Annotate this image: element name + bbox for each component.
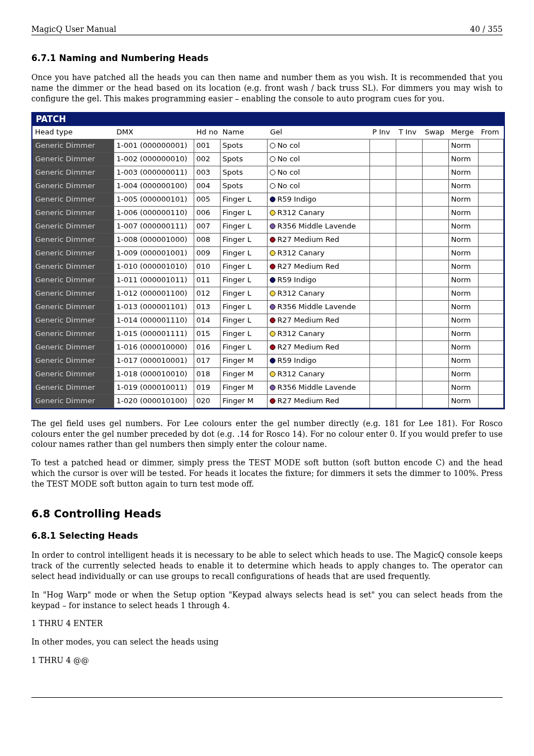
cell-tinv[interactable] — [396, 273, 423, 287]
cell-name[interactable]: Spots — [220, 152, 268, 166]
table-row[interactable]: Generic Dimmer1-019 (000010011)019Finger… — [33, 381, 504, 394]
cell-hdno[interactable]: 006 — [194, 206, 220, 220]
cell-hdno[interactable]: 010 — [194, 260, 220, 273]
cell-swap[interactable] — [422, 327, 448, 340]
cell-merge[interactable]: Norm — [448, 166, 479, 179]
cell-hdno[interactable]: 003 — [194, 166, 220, 179]
cell-head-type[interactable]: Generic Dimmer — [33, 220, 114, 233]
table-row[interactable]: Generic Dimmer1-002 (000000010)002SpotsN… — [33, 152, 504, 166]
table-row[interactable]: Generic Dimmer1-011 (000001011)011Finger… — [33, 273, 504, 287]
cell-dmx[interactable]: 1-003 (000000011) — [114, 166, 194, 179]
cell-name[interactable]: Spots — [220, 139, 268, 152]
cell-tinv[interactable] — [396, 139, 423, 152]
cell-hdno[interactable]: 020 — [194, 394, 220, 408]
cell-pinv[interactable] — [370, 206, 396, 220]
cell-merge[interactable]: Norm — [448, 327, 479, 340]
cell-dmx[interactable]: 1-018 (000010010) — [114, 367, 194, 381]
cell-dmx[interactable]: 1-008 (000001000) — [114, 233, 194, 246]
cell-dmx[interactable]: 1-013 (000001101) — [114, 300, 194, 314]
cell-from[interactable] — [479, 273, 504, 287]
cell-name[interactable]: Finger M — [220, 381, 268, 394]
cell-from[interactable] — [479, 300, 504, 314]
cell-name[interactable]: Finger M — [220, 367, 268, 381]
cell-from[interactable] — [479, 287, 504, 300]
cell-hdno[interactable]: 008 — [194, 233, 220, 246]
cell-tinv[interactable] — [396, 340, 423, 354]
cell-gel[interactable]: R356 Middle Lavende — [268, 381, 370, 394]
table-row[interactable]: Generic Dimmer1-016 (000010000)016Finger… — [33, 340, 504, 354]
table-row[interactable]: Generic Dimmer1-006 (000000110)006Finger… — [33, 206, 504, 220]
cell-pinv[interactable] — [370, 193, 396, 206]
table-row[interactable]: Generic Dimmer1-012 (000001100)012Finger… — [33, 287, 504, 300]
cell-name[interactable]: Spots — [220, 179, 268, 193]
cell-pinv[interactable] — [370, 394, 396, 408]
cell-gel[interactable]: R27 Medium Red — [268, 233, 370, 246]
cell-pinv[interactable] — [370, 166, 396, 179]
cell-name[interactable]: Finger L — [220, 314, 268, 327]
cell-head-type[interactable]: Generic Dimmer — [33, 314, 114, 327]
table-row[interactable]: Generic Dimmer1-013 (000001101)013Finger… — [33, 300, 504, 314]
cell-pinv[interactable] — [370, 246, 396, 260]
cell-dmx[interactable]: 1-020 (000010100) — [114, 394, 194, 408]
cell-name[interactable]: Finger L — [220, 273, 268, 287]
cell-dmx[interactable]: 1-009 (000001001) — [114, 246, 194, 260]
cell-gel[interactable]: R312 Canary — [268, 287, 370, 300]
cell-name[interactable]: Finger L — [220, 340, 268, 354]
cell-merge[interactable]: Norm — [448, 287, 479, 300]
cell-gel[interactable]: R312 Canary — [268, 327, 370, 340]
cell-pinv[interactable] — [370, 220, 396, 233]
cell-head-type[interactable]: Generic Dimmer — [33, 287, 114, 300]
cell-pinv[interactable] — [370, 152, 396, 166]
cell-merge[interactable]: Norm — [448, 340, 479, 354]
cell-hdno[interactable]: 011 — [194, 273, 220, 287]
cell-swap[interactable] — [422, 179, 448, 193]
cell-hdno[interactable]: 018 — [194, 367, 220, 381]
cell-from[interactable] — [479, 193, 504, 206]
cell-head-type[interactable]: Generic Dimmer — [33, 354, 114, 367]
cell-name[interactable]: Finger L — [220, 287, 268, 300]
cell-swap[interactable] — [422, 166, 448, 179]
table-row[interactable]: Generic Dimmer1-008 (000001000)008Finger… — [33, 233, 504, 246]
cell-name[interactable]: Finger M — [220, 354, 268, 367]
cell-dmx[interactable]: 1-014 (000001110) — [114, 314, 194, 327]
cell-pinv[interactable] — [370, 314, 396, 327]
cell-tinv[interactable] — [396, 381, 423, 394]
cell-hdno[interactable]: 016 — [194, 340, 220, 354]
cell-hdno[interactable]: 001 — [194, 139, 220, 152]
cell-gel[interactable]: R312 Canary — [268, 367, 370, 381]
cell-tinv[interactable] — [396, 327, 423, 340]
cell-name[interactable]: Finger L — [220, 327, 268, 340]
cell-swap[interactable] — [422, 354, 448, 367]
cell-tinv[interactable] — [396, 233, 423, 246]
cell-swap[interactable] — [422, 381, 448, 394]
cell-from[interactable] — [479, 233, 504, 246]
cell-dmx[interactable]: 1-017 (000010001) — [114, 354, 194, 367]
cell-merge[interactable]: Norm — [448, 220, 479, 233]
cell-swap[interactable] — [422, 193, 448, 206]
cell-name[interactable]: Finger L — [220, 233, 268, 246]
cell-dmx[interactable]: 1-001 (000000001) — [114, 139, 194, 152]
cell-dmx[interactable]: 1-002 (000000010) — [114, 152, 194, 166]
cell-tinv[interactable] — [396, 246, 423, 260]
cell-gel[interactable]: No col — [268, 152, 370, 166]
cell-from[interactable] — [479, 340, 504, 354]
cell-merge[interactable]: Norm — [448, 233, 479, 246]
cell-hdno[interactable]: 013 — [194, 300, 220, 314]
cell-from[interactable] — [479, 381, 504, 394]
cell-dmx[interactable]: 1-012 (000001100) — [114, 287, 194, 300]
cell-hdno[interactable]: 012 — [194, 287, 220, 300]
cell-from[interactable] — [479, 220, 504, 233]
cell-pinv[interactable] — [370, 327, 396, 340]
cell-from[interactable] — [479, 327, 504, 340]
cell-hdno[interactable]: 009 — [194, 246, 220, 260]
cell-tinv[interactable] — [396, 394, 423, 408]
cell-merge[interactable]: Norm — [448, 152, 479, 166]
table-row[interactable]: Generic Dimmer1-017 (000010001)017Finger… — [33, 354, 504, 367]
cell-tinv[interactable] — [396, 193, 423, 206]
cell-tinv[interactable] — [396, 287, 423, 300]
cell-swap[interactable] — [422, 206, 448, 220]
cell-gel[interactable]: R27 Medium Red — [268, 314, 370, 327]
cell-pinv[interactable] — [370, 367, 396, 381]
cell-merge[interactable]: Norm — [448, 246, 479, 260]
table-row[interactable]: Generic Dimmer1-005 (000000101)005Finger… — [33, 193, 504, 206]
